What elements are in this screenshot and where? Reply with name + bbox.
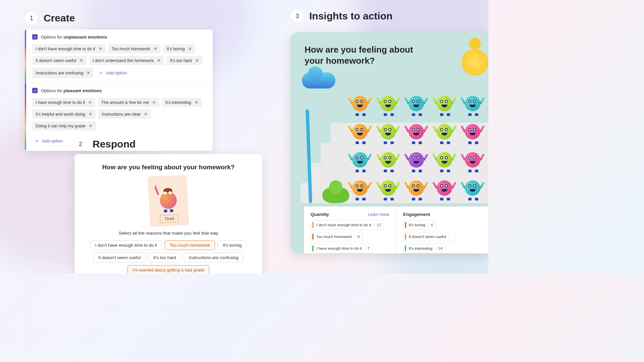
response-option[interactable]: I don't have enough time to do it (90, 240, 162, 250)
response-option[interactable]: It's too hard (148, 253, 181, 262)
metric-count: 8 (358, 235, 360, 239)
pleasant-header: ✓ Options for pleasant emotions (32, 88, 207, 93)
monster-icon (406, 149, 427, 172)
remove-icon[interactable]: ✕ (89, 123, 93, 128)
chip-label: It's too hard (170, 58, 192, 63)
step-3-header: 3 Insights to action (291, 10, 392, 22)
monster-icon (462, 93, 483, 116)
rainbow-accent (25, 29, 26, 83)
monster-icon (406, 93, 427, 116)
response-option[interactable]: It doesn't seem useful (93, 253, 146, 262)
response-option[interactable]: It's boring (218, 240, 247, 250)
remove-icon[interactable]: ✕ (87, 70, 90, 75)
remove-icon[interactable]: ✕ (89, 112, 92, 117)
add-option-button[interactable]: ＋Add option (32, 136, 65, 146)
chip-label: I don't understand the homework (93, 58, 154, 63)
remove-icon[interactable]: ✕ (195, 100, 198, 105)
respond-options: I don't have enough time to do itToo muc… (83, 240, 254, 274)
engagement-title: Engagement (403, 212, 430, 217)
step-2-label: Respond (93, 138, 136, 150)
metric-bar (405, 245, 406, 251)
option-chip[interactable]: The amount is fine for me✕ (98, 98, 159, 107)
option-chip[interactable]: I don't understand the homework✕ (89, 56, 164, 65)
option-chip[interactable]: I have enough time to do it✕ (32, 98, 95, 107)
option-chip[interactable]: It's boring✕ (163, 44, 195, 53)
unpleasant-group: ✓ Options for unpleasant emotions I don'… (25, 29, 213, 83)
remove-icon[interactable]: ✕ (195, 58, 199, 63)
remove-icon[interactable]: ✕ (154, 46, 157, 51)
monster-icon (378, 121, 398, 144)
metric-chip[interactable]: It's boring6 (403, 220, 436, 230)
metric-label: I don't have enough time to do it (316, 223, 371, 227)
chip-label: It doesn't seem useful (36, 58, 76, 63)
remove-icon[interactable]: ✕ (152, 100, 156, 105)
remove-icon[interactable]: ✕ (99, 46, 102, 51)
checkbox-icon[interactable]: ✓ (32, 88, 38, 93)
response-option[interactable]: Instructions are confusing (184, 253, 244, 262)
metric-bar (405, 234, 406, 240)
response-option[interactable]: Too much homework (165, 240, 215, 250)
chip-label: It's boring (167, 47, 185, 51)
option-chip[interactable]: I don't have enough time to do it✕ (32, 44, 106, 53)
metric-chip[interactable]: Too much homework8 (311, 232, 363, 241)
metric-label: I have enough time to do it (316, 246, 362, 250)
remove-icon[interactable]: ✕ (157, 58, 161, 63)
bush-icon (322, 186, 349, 203)
option-chip[interactable]: It's too hard✕ (167, 56, 202, 65)
plus-icon: ＋ (98, 70, 103, 76)
chip-label: I have enough time to do it (36, 100, 85, 105)
monster-icon (406, 121, 427, 144)
remove-icon[interactable]: ✕ (144, 112, 148, 117)
chip-label: Doing it can help my grade (36, 124, 86, 128)
metric-bar (312, 222, 314, 228)
monster-icon (434, 149, 455, 172)
chip-label: Instructions are confusing (36, 71, 83, 75)
chip-label: I don't have enough time to do it (36, 47, 95, 51)
unpleasant-header: ✓ Options for unpleasant emotions (32, 34, 207, 40)
step-3-label: Insights to action (309, 10, 392, 22)
monster-icon (462, 177, 483, 200)
plus-icon: ＋ (34, 138, 39, 144)
checkbox-icon[interactable]: ✓ (32, 34, 38, 40)
remove-icon[interactable]: ✕ (88, 100, 92, 105)
monster-icon (462, 121, 483, 144)
monster-icon (434, 93, 455, 116)
step-2-header: 2 Respond (74, 138, 136, 150)
metric-chip[interactable]: It's interesting14 (403, 244, 445, 253)
rainbow-accent (25, 83, 26, 151)
metric-chip[interactable]: I have enough time to do it7 (311, 244, 373, 253)
quantity-column: Quantity Learn more I don't have enough … (304, 206, 396, 253)
option-chip[interactable]: Instructions are confusing✕ (32, 68, 94, 78)
metrics-panel: Quantity Learn more I don't have enough … (304, 206, 488, 253)
chip-label: Too much homework (112, 47, 150, 51)
option-chip[interactable]: It's interesting✕ (162, 98, 202, 107)
quantity-title: Quantity (311, 212, 329, 217)
option-chip[interactable]: It's helpful and worth doing✕ (32, 110, 96, 119)
step-1-label: Create (44, 12, 75, 24)
metric-chip[interactable]: It doesn't seem useful (403, 232, 455, 241)
chip-label: Instructions are clear (102, 112, 141, 117)
monster-icon (378, 177, 398, 200)
option-chip[interactable]: Too much homework✕ (108, 44, 161, 53)
metric-count: 14 (438, 246, 442, 250)
add-option-button[interactable]: ＋Add option (96, 68, 129, 78)
option-chip[interactable]: It doesn't seem useful✕ (32, 56, 87, 65)
metric-bar (405, 222, 406, 228)
metric-chip[interactable]: I don't have enough time to do it12 (311, 220, 384, 230)
mood-card[interactable]: Tired (148, 175, 189, 227)
remove-icon[interactable]: ✕ (188, 46, 192, 51)
metric-count: 6 (431, 223, 433, 227)
learn-more-link[interactable]: Learn more (368, 212, 389, 217)
step-2-badge: 2 (74, 138, 87, 150)
respond-card: How are you feeling about your homework?… (74, 154, 262, 274)
respond-title: How are you feeling about your homework? (83, 164, 254, 171)
metric-count: 7 (368, 246, 370, 250)
option-chip[interactable]: Doing it can help my grade✕ (32, 121, 96, 130)
remove-icon[interactable]: ✕ (79, 58, 83, 63)
metric-bar (312, 245, 314, 251)
monster-icon (434, 177, 455, 200)
tired-monster-icon (156, 185, 181, 213)
step-1-header: 1 Create (25, 12, 75, 24)
option-chip[interactable]: Instructions are clear✕ (98, 110, 151, 119)
response-option[interactable]: I'm worried about getting a bad grade (127, 265, 210, 274)
